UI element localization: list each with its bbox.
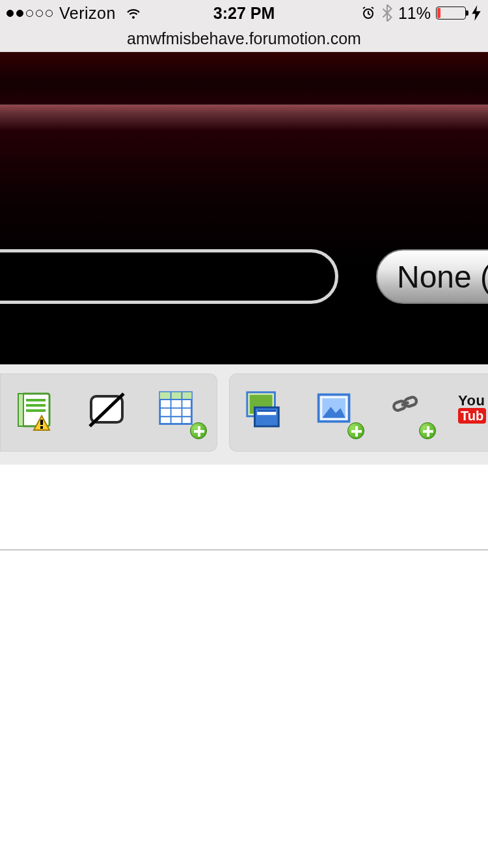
bluetooth-icon <box>381 5 393 21</box>
svg-rect-7 <box>40 420 43 425</box>
dropdown-label: None ( <box>397 259 488 295</box>
editor-toolbar: You Tub <box>0 364 488 452</box>
notes-warning-icon[interactable] <box>14 390 60 435</box>
svg-rect-8 <box>40 426 43 429</box>
insert-table-icon[interactable] <box>157 390 203 435</box>
svg-rect-27 <box>404 396 418 407</box>
text-input[interactable] <box>0 249 338 304</box>
battery-icon <box>436 7 466 20</box>
wifi-icon <box>125 5 142 21</box>
device-disable-icon[interactable] <box>86 390 131 435</box>
svg-rect-5 <box>18 394 23 426</box>
browser-address-bar[interactable]: amwfmisbehave.forumotion.com <box>0 26 488 52</box>
svg-rect-12 <box>160 392 192 400</box>
image-host-icon[interactable] <box>243 390 289 435</box>
toolbar-group-1 <box>0 373 217 452</box>
toolbar-group-2: You Tub <box>229 373 488 452</box>
plus-badge-icon <box>419 422 436 439</box>
page-header-panel: None ( <box>0 52 488 364</box>
address-text: amwfmisbehave.forumotion.com <box>127 29 361 48</box>
alarm-icon <box>360 5 376 21</box>
status-time: 3:27 PM <box>213 4 275 23</box>
content-area <box>0 550 488 863</box>
status-bar: Verizon 3:27 PM 11% <box>0 0 488 26</box>
youtube-icon[interactable]: You Tub <box>458 394 486 431</box>
svg-line-28 <box>401 402 409 405</box>
plus-badge-icon <box>347 422 364 439</box>
youtube-text-top: You <box>458 394 486 408</box>
youtube-text-bottom: Tub <box>458 408 486 424</box>
signal-strength-icon <box>7 10 53 17</box>
plus-badge-icon <box>190 422 207 439</box>
battery-percent: 11% <box>398 4 431 23</box>
carrier-label: Verizon <box>59 4 116 23</box>
insert-link-icon[interactable] <box>386 390 432 435</box>
insert-image-icon[interactable] <box>315 390 360 435</box>
charging-icon <box>471 5 481 21</box>
svg-rect-22 <box>257 410 276 412</box>
dropdown-select[interactable]: None ( <box>376 249 488 304</box>
